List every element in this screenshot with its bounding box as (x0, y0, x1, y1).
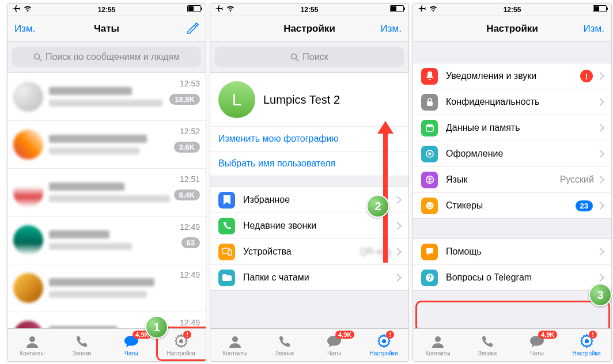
unread-badge: 3,6K (174, 142, 200, 153)
chat-row[interactable]: 12:51 8,4K (7, 169, 206, 217)
cell-faq-telegram[interactable]: ? Вопросы о Telegram (413, 264, 611, 290)
cell-label: Стикеры (446, 200, 576, 211)
cell-privacy[interactable]: Конфиденциальность (413, 89, 611, 115)
settings-scrolled-content[interactable]: Уведомления и звуки ! Конфиденциальность… (413, 42, 611, 328)
cell-language[interactable]: Язык Русский (413, 166, 611, 192)
appearance-icon (421, 146, 438, 162)
chat-row[interactable]: 12:49 (7, 264, 206, 312)
cell-data-storage[interactable]: Данные и память (413, 115, 611, 141)
set-username-link[interactable]: Выбрать имя пользователя (210, 151, 408, 176)
contacts-icon (25, 334, 40, 349)
bell-icon (421, 68, 438, 85)
status-left (12, 5, 32, 12)
chevron-icon (596, 150, 604, 158)
tab-contacts[interactable]: Контакты (210, 329, 260, 361)
status-bar: 12:55 (413, 4, 611, 16)
phone-settings-scrolled: 12:55 Настройки Изм. Уведомления и звуки… (413, 3, 612, 362)
svg-point-3 (292, 54, 297, 59)
tab-settings[interactable]: Настройки! (359, 329, 408, 361)
calls-icon (480, 334, 494, 349)
profile-row[interactable]: L Lumpics Test 2 (210, 73, 408, 126)
battery-icon (390, 5, 404, 12)
svg-point-13 (426, 202, 433, 210)
edit-button[interactable]: Изм. (374, 16, 408, 41)
folder-icon (218, 270, 235, 286)
chat-row[interactable]: 12:52 3,6K (7, 121, 206, 169)
tab-label: Чаты (530, 350, 544, 357)
tab-settings[interactable]: Настройки! (562, 329, 611, 361)
cell-notifications[interactable]: Уведомления и звуки ! (413, 63, 611, 89)
phone-chats: 12:55 Изм. Чаты Поиск по сообщениям и лю… (7, 3, 206, 362)
search-wrap: Поиск по сообщениям и людям (7, 42, 206, 73)
chevron-icon (596, 72, 604, 80)
count-badge: 23 (576, 200, 593, 211)
tab-badge-alert: ! (386, 331, 394, 339)
tab-label: Звонки (73, 350, 91, 357)
tab-bar: Контакты Звонки Чаты 4,9K Настройки ! (7, 328, 206, 361)
tab-calls[interactable]: Звонки (57, 329, 107, 361)
chat-row[interactable]: 12:49 63 (7, 217, 206, 264)
contacts-icon (430, 334, 445, 349)
tab-chats[interactable]: Чаты4,9K (309, 329, 359, 361)
status-bar: 12:55 (210, 4, 408, 16)
tab-label: Настройки (369, 350, 398, 357)
chat-time: 12:49 (180, 270, 200, 279)
tab-badge-alert: ! (183, 331, 191, 339)
search-placeholder: Поиск по сообщениям и людям (46, 52, 180, 62)
tab-calls[interactable]: Звонки (463, 329, 512, 361)
chat-row[interactable]: 12:49 960 (7, 312, 206, 328)
step-2-circle: 2 (366, 195, 389, 218)
cell-label: Устройства (243, 247, 360, 257)
tab-contacts[interactable]: Контакты (413, 329, 463, 361)
contacts-icon (228, 334, 243, 349)
compose-button[interactable] (179, 16, 206, 41)
edit-button[interactable]: Изм. (577, 16, 611, 41)
cell-label: Вопросы о Telegram (446, 272, 597, 283)
cell-chat-folders[interactable]: Папки с чатами (210, 264, 408, 290)
chevron-icon (393, 196, 402, 204)
cell-help[interactable]: Помощь (413, 239, 611, 264)
svg-point-6 (232, 336, 238, 342)
search-input[interactable]: Поиск (215, 47, 404, 67)
chat-row[interactable]: 12:53 18,8K (7, 73, 206, 121)
nav-bar-chats: Изм. Чаты (7, 16, 206, 42)
nav-bar-settings: Настройки Изм. (413, 16, 611, 42)
tab-calls[interactable]: Звонки (260, 329, 309, 361)
svg-rect-8 (427, 101, 433, 106)
help-icon (421, 244, 438, 260)
chat-avatar (13, 82, 43, 112)
tab-label: Звонки (275, 350, 294, 357)
chats-list[interactable]: 12:53 18,8K 12:52 3,6K 12:51 8,4K 12:49 … (7, 73, 206, 328)
lock-icon (421, 94, 438, 111)
tab-contacts[interactable]: Контакты (7, 329, 57, 361)
wifi-icon (226, 6, 234, 12)
chevron-icon (393, 222, 402, 230)
step-3-circle: 3 (589, 283, 612, 306)
nav-bar-settings: Настройки Изм. (210, 16, 408, 42)
tab-chats[interactable]: Чаты4,9K (512, 329, 562, 361)
calls-icon (75, 334, 89, 349)
cell-devices[interactable]: Устройства QR-код (210, 238, 408, 264)
search-input[interactable]: Поиск по сообщениям и людям (12, 47, 201, 67)
chat-time: 12:49 (180, 222, 200, 232)
svg-text:?: ? (427, 274, 432, 281)
cell-stickers[interactable]: Стикеры 23 (413, 192, 611, 218)
chat-avatar (13, 225, 43, 255)
chevron-icon (393, 274, 402, 282)
edit-button[interactable]: Изм. (7, 16, 42, 41)
cell-appearance[interactable]: Оформление (413, 141, 611, 166)
page-title: Настройки (486, 23, 538, 35)
unread-badge: 63 (181, 237, 200, 248)
chevron-icon (596, 202, 604, 210)
unread-badge: 8,4K (174, 189, 200, 200)
status-time: 12:55 (98, 6, 116, 14)
search-wrap: Поиск (210, 42, 408, 73)
cell-label: Конфиденциальность (446, 97, 597, 107)
tab-label: Контакты (20, 350, 44, 357)
chat-avatar (13, 273, 43, 303)
globe-icon (421, 172, 438, 188)
wifi-icon (429, 6, 437, 12)
page-title: Настройки (283, 23, 335, 35)
step-1-circle: 1 (145, 316, 168, 339)
search-icon (33, 53, 42, 62)
